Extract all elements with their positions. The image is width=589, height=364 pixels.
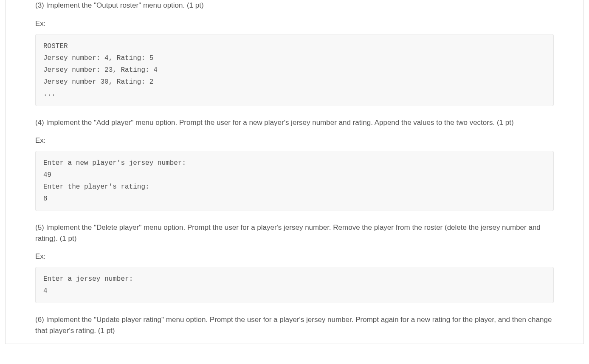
instruction-5: (5) Implement the "Delete player" menu o…: [35, 222, 554, 244]
content-container: (3) Implement the "Output roster" menu o…: [5, 0, 584, 344]
instruction-6: (6) Implement the "Update player rating"…: [35, 314, 554, 336]
code-block-3: ROSTER Jersey number: 4, Rating: 5 Jerse…: [35, 34, 554, 106]
example-label-4: Ex:: [35, 136, 554, 145]
instruction-4: (4) Implement the "Add player" menu opti…: [35, 117, 554, 128]
example-label-3: Ex:: [35, 20, 554, 28]
code-block-5: Enter a jersey number: 4: [35, 267, 554, 303]
code-block-4: Enter a new player's jersey number: 49 E…: [35, 151, 554, 211]
instruction-3: (3) Implement the "Output roster" menu o…: [35, 0, 554, 11]
example-label-5: Ex:: [35, 252, 554, 261]
